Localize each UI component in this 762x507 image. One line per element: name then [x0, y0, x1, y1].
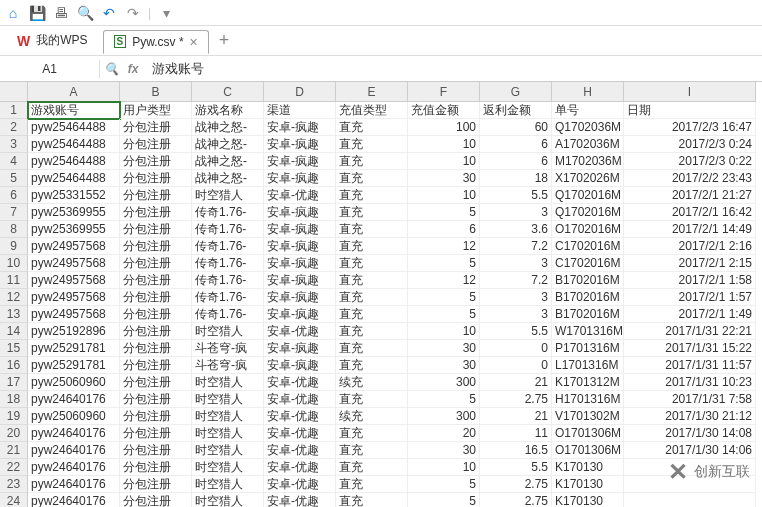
- cell[interactable]: 直充: [336, 459, 408, 476]
- cell[interactable]: 3: [480, 306, 552, 323]
- cell[interactable]: 渠道: [264, 102, 336, 119]
- cell[interactable]: 战神之怒-: [192, 136, 264, 153]
- cell[interactable]: 安卓-疯趣: [264, 357, 336, 374]
- cell[interactable]: 续充: [336, 408, 408, 425]
- col-header-I[interactable]: I: [624, 82, 756, 102]
- cell[interactable]: 12: [408, 272, 480, 289]
- cell[interactable]: O1701306M: [552, 442, 624, 459]
- cell[interactable]: 2017/1/31 10:23: [624, 374, 756, 391]
- cell[interactable]: 直充: [336, 391, 408, 408]
- cell[interactable]: A1702036M: [552, 136, 624, 153]
- col-header-F[interactable]: F: [408, 82, 480, 102]
- cell[interactable]: 战神之怒-: [192, 119, 264, 136]
- cell[interactable]: X1702026M: [552, 170, 624, 187]
- cell[interactable]: C1702016M: [552, 255, 624, 272]
- cell[interactable]: 2017/2/1 14:49: [624, 221, 756, 238]
- cell[interactable]: pyw25331552: [28, 187, 120, 204]
- col-header-A[interactable]: A: [28, 82, 120, 102]
- cell[interactable]: 2017/2/1 1:58: [624, 272, 756, 289]
- cell[interactable]: 游戏名称: [192, 102, 264, 119]
- cell[interactable]: 分包注册: [120, 272, 192, 289]
- cell[interactable]: 2017/1/31 11:57: [624, 357, 756, 374]
- cell[interactable]: 10: [408, 153, 480, 170]
- cell[interactable]: 2.75: [480, 391, 552, 408]
- row-header[interactable]: 19: [0, 408, 28, 425]
- cell[interactable]: pyw25369955: [28, 221, 120, 238]
- fx-icon[interactable]: fx: [122, 62, 144, 76]
- cell[interactable]: 5: [408, 391, 480, 408]
- cell[interactable]: 时空猎人: [192, 323, 264, 340]
- cell[interactable]: 分包注册: [120, 425, 192, 442]
- cell[interactable]: 5: [408, 255, 480, 272]
- cell[interactable]: 2.75: [480, 476, 552, 493]
- row-header[interactable]: 24: [0, 493, 28, 507]
- tab-mywps[interactable]: W 我的WPS: [6, 28, 99, 53]
- cell[interactable]: 传奇1.76-: [192, 255, 264, 272]
- cell[interactable]: 分包注册: [120, 493, 192, 507]
- cell[interactable]: pyw24640176: [28, 425, 120, 442]
- cell[interactable]: 2017/2/1 1:49: [624, 306, 756, 323]
- cell[interactable]: 时空猎人: [192, 408, 264, 425]
- cell[interactable]: 2017/1/31 7:58: [624, 391, 756, 408]
- cell[interactable]: 分包注册: [120, 187, 192, 204]
- cell[interactable]: 分包注册: [120, 204, 192, 221]
- cell[interactable]: 安卓-疯趣: [264, 289, 336, 306]
- cell[interactable]: K1701312M: [552, 374, 624, 391]
- cell[interactable]: 分包注册: [120, 153, 192, 170]
- cell[interactable]: C1702016M: [552, 238, 624, 255]
- cell[interactable]: 2017/1/30 14:08: [624, 425, 756, 442]
- cell[interactable]: 分包注册: [120, 306, 192, 323]
- cell[interactable]: 分包注册: [120, 357, 192, 374]
- cell[interactable]: 分包注册: [120, 238, 192, 255]
- cell[interactable]: 3: [480, 289, 552, 306]
- cell[interactable]: 5: [408, 493, 480, 507]
- cell[interactable]: 直充: [336, 153, 408, 170]
- row-header[interactable]: 16: [0, 357, 28, 374]
- cell[interactable]: 直充: [336, 289, 408, 306]
- cell[interactable]: pyw25464488: [28, 136, 120, 153]
- cell[interactable]: 时空猎人: [192, 374, 264, 391]
- cell[interactable]: Q1702036M: [552, 119, 624, 136]
- col-header-C[interactable]: C: [192, 82, 264, 102]
- cell[interactable]: 2017/2/2 23:43: [624, 170, 756, 187]
- cell[interactable]: pyw25060960: [28, 408, 120, 425]
- row-header[interactable]: 1: [0, 102, 28, 119]
- cell[interactable]: 返利金额: [480, 102, 552, 119]
- cell[interactable]: M1702036M: [552, 153, 624, 170]
- cell[interactable]: 直充: [336, 272, 408, 289]
- cell[interactable]: pyw25060960: [28, 374, 120, 391]
- cell[interactable]: 2017/2/1 1:57: [624, 289, 756, 306]
- cell[interactable]: 10: [408, 187, 480, 204]
- cell[interactable]: H1701316M: [552, 391, 624, 408]
- cell[interactable]: 安卓-优趣: [264, 442, 336, 459]
- cell[interactable]: 分包注册: [120, 136, 192, 153]
- cell[interactable]: 分包注册: [120, 340, 192, 357]
- search-icon[interactable]: 🔍: [100, 62, 122, 76]
- row-header[interactable]: 5: [0, 170, 28, 187]
- cell[interactable]: 10: [408, 323, 480, 340]
- name-box[interactable]: A1: [0, 60, 100, 78]
- cell[interactable]: 分包注册: [120, 408, 192, 425]
- cell[interactable]: 21: [480, 408, 552, 425]
- col-header-H[interactable]: H: [552, 82, 624, 102]
- cell[interactable]: 时空猎人: [192, 442, 264, 459]
- cell[interactable]: pyw24640176: [28, 493, 120, 507]
- cell[interactable]: 安卓-疯趣: [264, 119, 336, 136]
- cell[interactable]: 5: [408, 476, 480, 493]
- cell[interactable]: Q1702016M: [552, 204, 624, 221]
- cell[interactable]: 直充: [336, 255, 408, 272]
- cell[interactable]: 续充: [336, 374, 408, 391]
- cell[interactable]: 安卓-疯趣: [264, 136, 336, 153]
- cell[interactable]: pyw25291781: [28, 357, 120, 374]
- cell[interactable]: Q1702016M: [552, 187, 624, 204]
- cell[interactable]: 2017/2/1 16:42: [624, 204, 756, 221]
- cell[interactable]: 直充: [336, 119, 408, 136]
- cell[interactable]: 5: [408, 204, 480, 221]
- cell[interactable]: B1702016M: [552, 272, 624, 289]
- formula-input[interactable]: 游戏账号: [144, 58, 762, 80]
- cell[interactable]: 直充: [336, 136, 408, 153]
- cell[interactable]: 分包注册: [120, 289, 192, 306]
- cell[interactable]: 充值类型: [336, 102, 408, 119]
- save-icon[interactable]: 💾: [28, 4, 46, 22]
- cell[interactable]: 2017/2/3 16:47: [624, 119, 756, 136]
